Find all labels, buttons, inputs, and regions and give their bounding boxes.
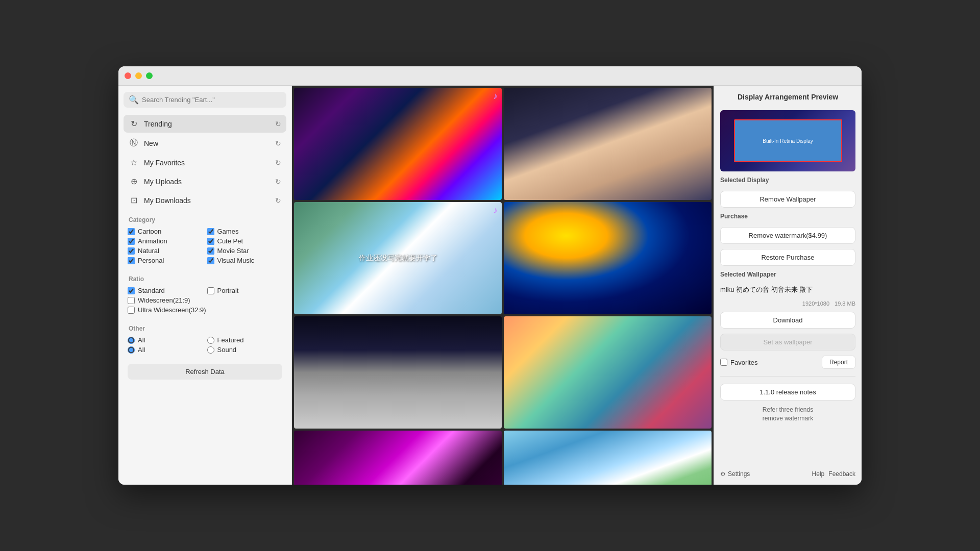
report-button[interactable]: Report xyxy=(822,356,855,369)
refresh-data-button[interactable]: Refresh Data xyxy=(128,364,282,380)
favorites-checkbox[interactable]: Favorites xyxy=(720,359,757,366)
right-panel: Display Arrangement Preview Built-In Ret… xyxy=(714,86,862,485)
category-section-title: Category xyxy=(129,216,281,223)
title-bar xyxy=(118,66,862,86)
release-notes-button[interactable]: 1.1.0 release notes xyxy=(720,384,855,400)
checkbox-natural[interactable] xyxy=(128,247,135,255)
ratio-label-portrait: Portrait xyxy=(217,287,239,294)
nav-list: ↻ Trending ↻ Ⓝ New ↻ ☆ My Favorites ↻ ⊕ … xyxy=(124,115,286,210)
ratio-portrait[interactable]: Portrait xyxy=(207,287,283,294)
radio-sound-all-s[interactable] xyxy=(128,346,135,354)
category-label-animation: Animation xyxy=(138,237,167,245)
display-preview: Built-In Retina Display xyxy=(720,110,855,171)
other-all-f[interactable]: All xyxy=(128,336,203,344)
ratio-section-title: Ratio xyxy=(129,276,281,283)
nav-icon-my-favorites: ☆ xyxy=(129,158,139,167)
checkbox-games[interactable] xyxy=(207,228,214,235)
checkbox-personal[interactable] xyxy=(128,257,135,264)
nav-refresh-trending[interactable]: ↻ xyxy=(275,120,281,128)
ratio-section: Standard Portrait Widescreen(21:9) Ultra… xyxy=(124,287,286,314)
nav-refresh-new[interactable]: ↻ xyxy=(275,139,281,147)
ratio-label-standard: Standard xyxy=(138,287,165,294)
category-grid: Cartoon Games Animation Cute Pet Natural… xyxy=(124,228,286,264)
category-visual-music[interactable]: Visual Music xyxy=(207,257,283,264)
category-natural[interactable]: Natural xyxy=(128,247,203,255)
wallpaper-wp7[interactable] xyxy=(294,431,502,485)
wallpaper-name: miku 初めての音 初音未来 殿下 xyxy=(720,285,855,294)
ratio-checkbox-widescreen[interactable] xyxy=(128,297,135,304)
radio-sound-sound[interactable] xyxy=(207,346,214,354)
thumb-text-wp3: 作业还没写完就要开学了 xyxy=(359,254,437,263)
ratio-standard[interactable]: Standard xyxy=(128,287,203,294)
maximize-button[interactable] xyxy=(146,72,153,79)
display-inner: Built-In Retina Display xyxy=(734,119,842,162)
remove-wallpaper-button[interactable]: Remove Wallpaper xyxy=(720,191,855,208)
help-label: Help xyxy=(812,470,825,478)
wallpaper-wp5[interactable] xyxy=(294,316,502,429)
download-button[interactable]: Download xyxy=(720,312,855,329)
checkbox-cartoon[interactable] xyxy=(128,228,135,235)
category-cute-pet[interactable]: Cute Pet xyxy=(207,237,283,245)
wallpaper-wp3[interactable]: ♪作业还没写完就要开学了 xyxy=(294,202,502,314)
other-sound-sound[interactable]: Sound xyxy=(207,346,283,354)
selected-display-title: Selected Display xyxy=(720,177,855,184)
search-icon: 🔍 xyxy=(129,95,139,105)
other-featured[interactable]: Featured xyxy=(207,336,283,344)
other-sound-label-all-s: All xyxy=(138,346,145,354)
ratio-checkbox-standard[interactable] xyxy=(128,287,135,294)
nav-refresh-my-favorites[interactable]: ↻ xyxy=(275,159,281,167)
radio-featured[interactable] xyxy=(207,337,214,344)
favorites-input[interactable] xyxy=(720,359,727,366)
ratio-checkbox-ultra[interactable] xyxy=(128,307,135,314)
checkbox-animation[interactable] xyxy=(128,238,135,245)
feedback-label: Feedback xyxy=(828,470,855,478)
sidebar-item-new[interactable]: Ⓝ New ↻ xyxy=(124,134,286,153)
display-label: Built-In Retina Display xyxy=(763,138,813,144)
nav-icon-my-downloads: ⊡ xyxy=(129,195,139,205)
nav-refresh-my-downloads[interactable]: ↻ xyxy=(275,196,281,205)
ratio-widescreen[interactable]: Widescreen(21:9) xyxy=(128,296,282,304)
nav-icon-new: Ⓝ xyxy=(129,138,139,148)
sidebar-item-trending[interactable]: ↻ Trending ↻ xyxy=(124,115,286,133)
panel-title: Display Arrangement Preview xyxy=(720,93,855,101)
other-sound-all-s[interactable]: All xyxy=(128,346,203,354)
nav-label-new: New xyxy=(144,139,158,147)
nav-icon-my-uploads: ⊕ xyxy=(129,177,139,186)
help-feedback-item[interactable]: Help Feedback xyxy=(812,470,855,478)
remove-watermark-button[interactable]: Remove watermark($4.99) xyxy=(720,227,855,244)
category-cartoon[interactable]: Cartoon xyxy=(128,228,203,235)
minimize-button[interactable] xyxy=(135,72,142,79)
wallpaper-wp4[interactable] xyxy=(504,202,712,314)
category-label-cute-pet: Cute Pet xyxy=(217,237,243,245)
category-label-games: Games xyxy=(217,228,239,235)
radio-all-f[interactable] xyxy=(128,337,135,344)
category-animation[interactable]: Animation xyxy=(128,237,203,245)
category-label-natural: Natural xyxy=(138,247,159,255)
checkbox-visual-music[interactable] xyxy=(207,257,214,264)
settings-icon: ⚙ xyxy=(720,470,726,478)
close-button[interactable] xyxy=(125,72,131,79)
search-box[interactable]: 🔍 xyxy=(124,92,286,108)
wallpaper-wp2[interactable] xyxy=(504,88,712,200)
category-movie-star[interactable]: Movie Star xyxy=(207,247,283,255)
search-input[interactable] xyxy=(142,96,281,104)
selected-wallpaper-title: Selected Wallpaper xyxy=(720,271,855,278)
restore-purchase-button[interactable]: Restore Purchase xyxy=(720,249,855,266)
category-personal[interactable]: Personal xyxy=(128,257,203,264)
sidebar-item-my-downloads[interactable]: ⊡ My Downloads ↻ xyxy=(124,191,286,209)
settings-item[interactable]: ⚙ Settings xyxy=(720,470,750,478)
checkbox-movie-star[interactable] xyxy=(207,247,214,255)
other-section: All Featured All Sound xyxy=(124,336,286,354)
app-window: 🔍 ↻ Trending ↻ Ⓝ New ↻ ☆ My Favorites ↻ … xyxy=(118,66,862,485)
wallpaper-wp1[interactable]: ♪ xyxy=(294,88,502,200)
ratio-ultra[interactable]: Ultra Widescreen(32:9) xyxy=(128,306,282,314)
other-section-title: Other xyxy=(129,325,281,332)
sidebar-item-my-favorites[interactable]: ☆ My Favorites ↻ xyxy=(124,154,286,171)
wallpaper-wp6[interactable] xyxy=(504,316,712,429)
checkbox-cute-pet[interactable] xyxy=(207,238,214,245)
nav-refresh-my-uploads[interactable]: ↻ xyxy=(275,178,281,186)
wallpaper-wp8[interactable] xyxy=(504,431,712,485)
category-games[interactable]: Games xyxy=(207,228,283,235)
sidebar-item-my-uploads[interactable]: ⊕ My Uploads ↻ xyxy=(124,172,286,190)
ratio-checkbox-portrait[interactable] xyxy=(207,287,214,294)
